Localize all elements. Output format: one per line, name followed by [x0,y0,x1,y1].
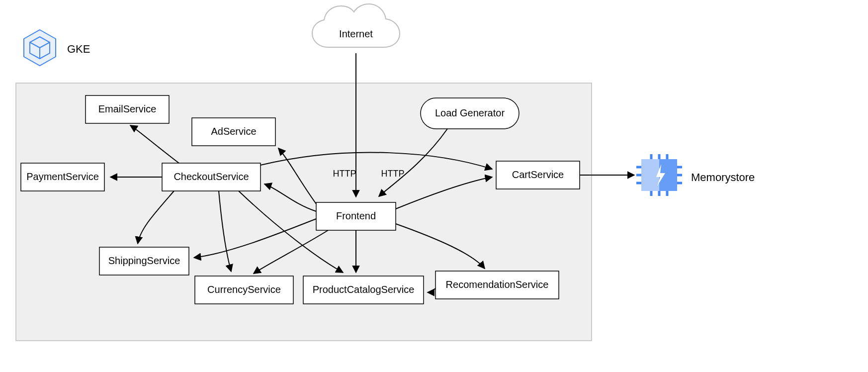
memorystore-label: Memorystore [691,171,755,184]
node-shippingservice: ShippingService [99,247,189,275]
node-shippingservice-label: ShippingService [108,255,180,266]
node-emailservice-label: EmailService [98,103,157,114]
node-cartservice: CartService [496,161,580,189]
node-productcatalog: ProductCatalogService [303,276,424,304]
gke-icon [24,30,56,66]
node-cartservice-label: CartService [512,169,564,180]
http-label-right: HTTP [381,169,405,179]
node-currencyservice-label: CurrencyService [207,284,281,295]
node-frontend-label: Frontend [336,210,376,221]
node-checkoutservice-label: CheckoutService [174,171,249,182]
node-currencyservice: CurrencyService [195,276,293,304]
node-paymentservice: PaymentService [21,163,104,191]
node-recommendation-label: RecomendationService [446,279,549,290]
node-recommendation: RecomendationService [435,271,559,299]
gke-label: GKE [67,43,90,55]
node-loadgenerator-label: Load Generator [435,107,505,118]
node-adservice-label: AdService [211,126,256,137]
node-paymentservice-label: PaymentService [26,171,99,182]
internet-label: Internet [339,28,373,39]
node-checkoutservice: CheckoutService [162,163,260,191]
node-frontend: Frontend [316,202,396,230]
http-label-left: HTTP [333,169,356,179]
internet-cloud [312,4,400,47]
memorystore-icon [636,154,682,196]
node-adservice: AdService [192,118,275,146]
node-productcatalog-label: ProductCatalogService [313,284,415,295]
node-loadgenerator: Load Generator [421,98,519,129]
node-emailservice: EmailService [86,95,169,123]
